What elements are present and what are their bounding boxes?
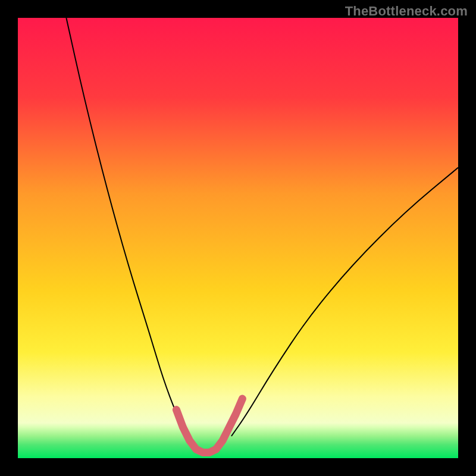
chart-stage: TheBottleneck.com [0, 0, 476, 476]
plot-background [18, 18, 458, 458]
watermark-text: TheBottleneck.com [345, 4, 468, 19]
bottleneck-chart [0, 0, 476, 476]
